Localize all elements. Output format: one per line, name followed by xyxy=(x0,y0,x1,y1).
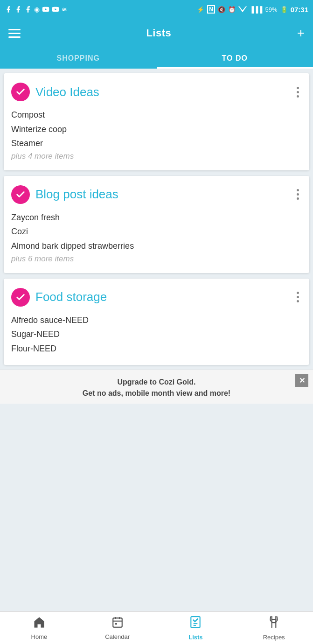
bottom-nav: Home Calendar Lists xyxy=(0,611,313,644)
list-card-blog-post-ideas[interactable]: Blog post ideas Zaycon fresh Cozi Almond… xyxy=(4,176,309,273)
card-items-list: Zaycon fresh Cozi Almond bark dipped str… xyxy=(11,210,302,264)
nav-calendar-label: Calendar xyxy=(105,633,130,640)
list-card-video-ideas[interactable]: Video Ideas Compost Winterize coop Steam… xyxy=(4,73,309,170)
add-button[interactable]: + xyxy=(297,27,305,40)
card-header: Blog post ideas xyxy=(11,185,302,204)
mute-icon: 🔇 xyxy=(218,6,225,13)
card-items-list: Alfredo sauce-NEED Sugar-NEED Flour-NEED xyxy=(11,313,302,356)
nav-lists-label: Lists xyxy=(188,634,202,641)
nav-recipes-label: Recipes xyxy=(263,634,285,641)
more-options-button[interactable] xyxy=(294,85,302,99)
list-item: Zaycon fresh xyxy=(11,210,302,225)
sync-icon: ◉ xyxy=(34,6,40,13)
ad-banner: ✕ Upgrade to Cozi Gold. Get no ads, mobi… xyxy=(0,370,313,404)
more-options-button[interactable] xyxy=(294,187,302,202)
list-item: Sugar-NEED xyxy=(11,327,302,342)
nav-calendar[interactable]: Calendar xyxy=(78,612,157,644)
check-circle[interactable] xyxy=(11,185,30,204)
check-circle[interactable] xyxy=(11,288,30,307)
checkmark-icon xyxy=(15,87,26,97)
list-item: Almond bark dipped strawberries xyxy=(11,239,302,253)
more-items-label: plus 4 more items xyxy=(11,152,302,161)
nav-lists[interactable]: Lists xyxy=(157,612,235,644)
card-title-text: Blog post ideas xyxy=(35,187,118,202)
list-card-food-storage[interactable]: Food storage Alfredo sauce-NEED Sugar-NE… xyxy=(4,279,309,365)
time-display: 07:31 xyxy=(291,6,308,14)
card-title-row: Blog post ideas xyxy=(11,185,118,204)
list-item: Cozi xyxy=(11,224,302,239)
ad-line2: Get no ads, mobile month view and more! xyxy=(7,388,306,399)
card-title-row: Food storage xyxy=(11,288,107,307)
svg-rect-6 xyxy=(115,623,117,624)
facebook-icon2 xyxy=(14,6,22,13)
card-header: Food storage xyxy=(11,288,302,307)
list-item: Alfredo sauce-NEED xyxy=(11,313,302,328)
calendar-svg-icon xyxy=(111,616,124,628)
more-items-label: plus 6 more items xyxy=(11,254,302,264)
battery-icon: 🔋 xyxy=(280,6,288,13)
card-items-list: Compost Winterize coop Steamer plus 4 mo… xyxy=(11,108,302,161)
tab-bar: SHOPPING TO DO xyxy=(0,48,313,69)
ad-close-button[interactable]: ✕ xyxy=(295,374,308,387)
nav-home-label: Home xyxy=(31,633,48,640)
recipes-svg-icon xyxy=(268,616,280,629)
wifi-strength-icon xyxy=(238,6,247,14)
card-title-text: Video Ideas xyxy=(35,85,99,99)
youtube-icon xyxy=(42,6,49,13)
bluetooth-icon: ⚡ xyxy=(197,6,204,13)
calendar-icon xyxy=(111,616,124,631)
list-item: Winterize coop xyxy=(11,122,302,137)
app-bar: Lists + xyxy=(0,19,313,48)
recipes-icon xyxy=(268,616,280,632)
facebook-icon3 xyxy=(24,6,32,13)
more-options-button[interactable] xyxy=(294,290,302,304)
card-title-row: Video Ideas xyxy=(11,83,99,101)
status-bar: ◉ ≋ ⚡ N 🔇 ⏰ ▐▐▐ 59% 🔋 07:31 xyxy=(0,0,313,19)
alarm-icon: ⏰ xyxy=(228,6,236,13)
list-item: Compost xyxy=(11,108,302,122)
list-item: Flour-NEED xyxy=(11,342,302,356)
check-circle[interactable] xyxy=(11,83,30,101)
ad-banner-text: Upgrade to Cozi Gold. Get no ads, mobile… xyxy=(7,377,306,399)
ad-line1: Upgrade to Cozi Gold. xyxy=(7,377,306,388)
signal-bars-icon: ▐▐▐ xyxy=(250,6,263,13)
status-icons-left: ◉ ≋ xyxy=(5,6,67,13)
card-title-text: Food storage xyxy=(35,290,107,304)
status-info-right: ⚡ N 🔇 ⏰ ▐▐▐ 59% 🔋 07:31 xyxy=(197,5,308,14)
menu-button[interactable] xyxy=(8,29,21,38)
wifi-icon: ≋ xyxy=(62,6,67,13)
checkmark-icon xyxy=(15,292,26,302)
app-title: Lists xyxy=(146,27,171,39)
tab-todo[interactable]: TO DO xyxy=(157,48,313,67)
svg-rect-2 xyxy=(113,618,122,627)
nav-recipes[interactable]: Recipes xyxy=(235,612,313,644)
facebook-icon xyxy=(5,6,12,13)
lists-svg-icon xyxy=(189,616,202,629)
nav-home[interactable]: Home xyxy=(0,612,78,644)
main-content: Video Ideas Compost Winterize coop Steam… xyxy=(0,69,313,370)
card-header: Video Ideas xyxy=(11,83,302,101)
youtube-icon2 xyxy=(52,6,59,13)
home-svg-icon xyxy=(33,616,46,628)
checkmark-icon xyxy=(15,189,26,200)
lists-icon xyxy=(189,616,202,632)
home-icon xyxy=(33,616,46,631)
tab-shopping[interactable]: SHOPPING xyxy=(0,48,157,67)
network-icon: N xyxy=(207,5,215,14)
list-item: Steamer xyxy=(11,136,302,151)
battery-percent: 59% xyxy=(265,6,278,13)
